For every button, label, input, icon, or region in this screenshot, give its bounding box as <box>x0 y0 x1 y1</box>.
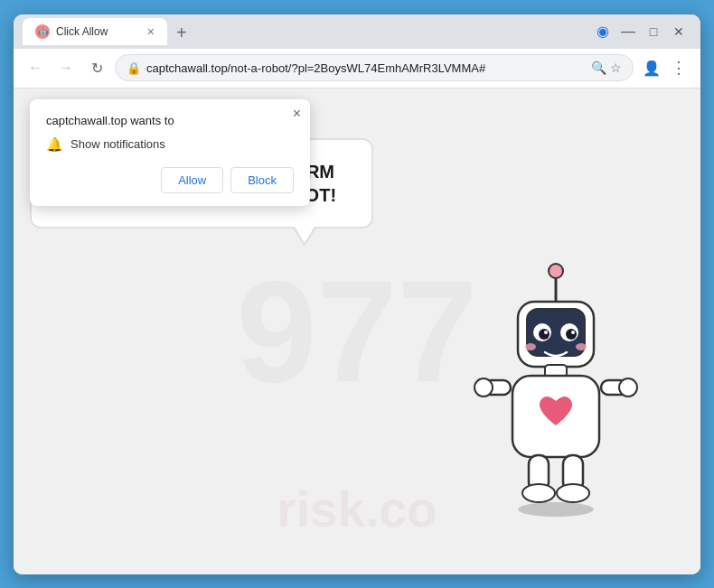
svg-point-10 <box>525 343 536 350</box>
notification-popup: × captchawall.top wants to 🔔 Show notifi… <box>30 99 310 206</box>
tab-close-button[interactable]: × <box>147 25 155 38</box>
browser-content: 977 risk.co × captchawall.top wants to 🔔… <box>14 89 700 574</box>
vpn-icon[interactable]: ◉ <box>590 19 615 44</box>
toolbar-right: 👤 ⋮ <box>639 55 691 80</box>
bg-number: 977 <box>237 259 478 404</box>
popup-close-button[interactable]: × <box>293 107 301 121</box>
menu-icon[interactable]: ⋮ <box>666 55 691 80</box>
robot-character <box>465 258 646 547</box>
maximize-button[interactable]: □ <box>641 19 666 44</box>
back-button[interactable]: ← <box>23 55 48 80</box>
active-tab[interactable]: 🤖 Click Allow × <box>23 18 167 45</box>
svg-point-11 <box>576 343 587 350</box>
tab-bar: 🤖 Click Allow × + <box>23 18 583 45</box>
address-text: captchawall.top/not-a-robot/?pl=2BoysWL7… <box>146 61 586 75</box>
popup-title: captchawall.top wants to <box>46 114 294 127</box>
bell-icon: 🔔 <box>46 136 63 153</box>
allow-button[interactable]: Allow <box>161 167 223 193</box>
svg-point-16 <box>474 378 493 397</box>
address-icons: 🔍 ☆ <box>591 61 622 75</box>
reload-button[interactable]: ↻ <box>84 55 109 80</box>
svg-point-17 <box>619 378 637 397</box>
svg-point-9 <box>571 331 575 334</box>
popup-buttons: Allow Block <box>46 167 294 193</box>
minimize-button[interactable]: — <box>615 19 641 44</box>
svg-point-22 <box>518 502 594 517</box>
svg-point-7 <box>566 329 577 340</box>
tab-favicon: 🤖 <box>35 24 50 39</box>
window-controls: ◉ — □ ✕ <box>590 19 691 44</box>
forward-button[interactable]: → <box>53 55 79 80</box>
lock-icon: 🔒 <box>127 61 141 75</box>
title-bar: 🤖 Click Allow × + ◉ — □ ✕ <box>14 14 700 49</box>
browser-window: 🤖 Click Allow × + ◉ — □ ✕ ← → ↻ 🔒 captch… <box>14 14 700 574</box>
bg-risk-watermark: risk.co <box>277 481 437 538</box>
bookmark-icon[interactable]: ☆ <box>610 61 622 75</box>
svg-point-20 <box>522 484 555 502</box>
svg-point-6 <box>539 329 550 340</box>
address-bar[interactable]: 🔒 captchawall.top/not-a-robot/?pl=2BoysW… <box>115 54 634 81</box>
tab-title: Click Allow <box>56 25 141 38</box>
svg-point-8 <box>544 331 548 334</box>
close-button[interactable]: ✕ <box>666 19 691 44</box>
account-icon[interactable]: 👤 <box>639 55 664 80</box>
block-button[interactable]: Block <box>230 167 294 193</box>
search-icon[interactable]: 🔍 <box>591 61 606 75</box>
svg-point-1 <box>549 264 563 278</box>
popup-notification-row: 🔔 Show notifications <box>46 136 294 153</box>
popup-notification-label: Show notifications <box>70 137 165 151</box>
toolbar: ← → ↻ 🔒 captchawall.top/not-a-robot/?pl=… <box>14 49 700 89</box>
new-tab-button[interactable]: + <box>167 23 196 43</box>
svg-point-21 <box>557 484 589 502</box>
